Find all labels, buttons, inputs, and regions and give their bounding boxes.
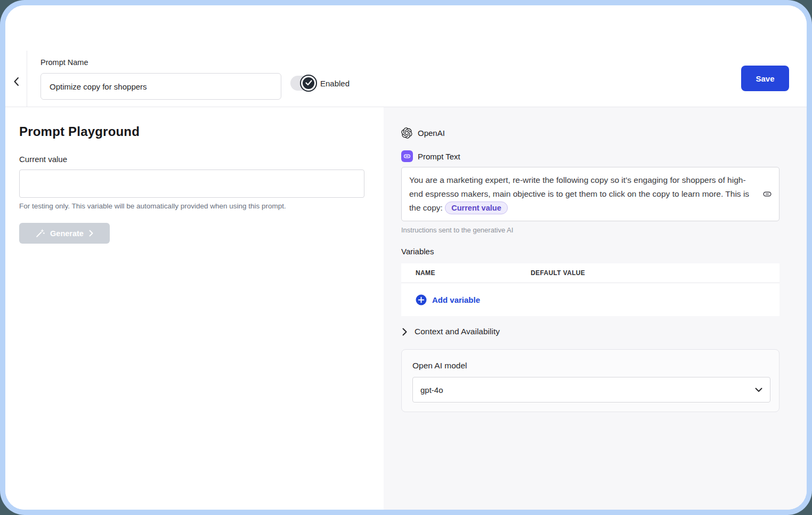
variables-table-header: NAME DEFAULT VALUE	[401, 263, 779, 283]
chevron-right-icon	[402, 328, 407, 336]
generate-label: Generate	[50, 229, 84, 238]
save-button[interactable]: Save	[741, 66, 789, 91]
check-icon	[305, 78, 312, 88]
prompt-text-input[interactable]: You are a marketing expert, re-write the…	[401, 167, 779, 221]
prompt-name-input[interactable]	[40, 73, 281, 100]
toggle-knob	[300, 75, 317, 92]
column-name: NAME	[401, 269, 531, 277]
enabled-label: Enabled	[320, 79, 350, 88]
prompt-name-label: Prompt Name	[40, 58, 88, 67]
window-frame: Prompt Name Enabled Save Prompt Playgrou…	[0, 0, 812, 515]
chevron-right-icon	[89, 230, 93, 237]
current-value-label: Current value	[19, 155, 67, 164]
current-value-helper: For testing only. This variable will be …	[19, 202, 286, 210]
page-title: Prompt Playground	[19, 124, 140, 139]
variables-table: NAME DEFAULT VALUE Add variable	[401, 263, 779, 316]
provider-row: OpenAI	[401, 127, 445, 139]
enabled-toggle[interactable]: Enabled	[290, 76, 350, 91]
toggle-track[interactable]	[290, 76, 316, 91]
prompt-text-label: Prompt Text	[418, 152, 460, 161]
column-default-value: DEFAULT VALUE	[531, 269, 585, 277]
prompt-text-row: Prompt Text	[401, 150, 460, 162]
prompt-caption: Instructions sent to the generative AI	[401, 226, 513, 234]
variables-title: Variables	[401, 247, 434, 256]
current-value-chip[interactable]: Current value	[445, 202, 507, 214]
chevron-down-icon	[755, 388, 762, 392]
context-availability-label: Context and Availability	[415, 327, 500, 336]
header-vertical-divider	[27, 51, 27, 107]
generate-button[interactable]: Generate	[19, 223, 110, 244]
current-value-input[interactable]	[19, 170, 364, 198]
header-bar: Prompt Name Enabled Save	[5, 5, 807, 107]
add-variable-button[interactable]: Add variable	[401, 283, 779, 316]
config-panel: OpenAI Prompt Text You are a marketing e…	[384, 107, 807, 510]
wand-icon	[36, 229, 45, 238]
insert-variable-icon[interactable]	[762, 189, 773, 199]
model-label: Open AI model	[412, 361, 467, 371]
variable-pill-icon	[401, 150, 413, 162]
app-card: Prompt Name Enabled Save Prompt Playgrou…	[5, 5, 807, 510]
chevron-left-icon	[13, 77, 19, 88]
plus-icon	[416, 294, 427, 305]
model-card: Open AI model gpt-4o	[401, 349, 779, 412]
context-availability-toggle[interactable]: Context and Availability	[402, 327, 500, 336]
openai-logo-icon	[401, 127, 412, 139]
model-selected-value: gpt-4o	[420, 385, 755, 395]
playground-panel: Prompt Playground Current value For test…	[5, 107, 384, 510]
back-button[interactable]	[9, 73, 23, 93]
provider-name: OpenAI	[418, 128, 445, 138]
model-select[interactable]: gpt-4o	[412, 377, 770, 403]
add-variable-label: Add variable	[432, 295, 480, 304]
